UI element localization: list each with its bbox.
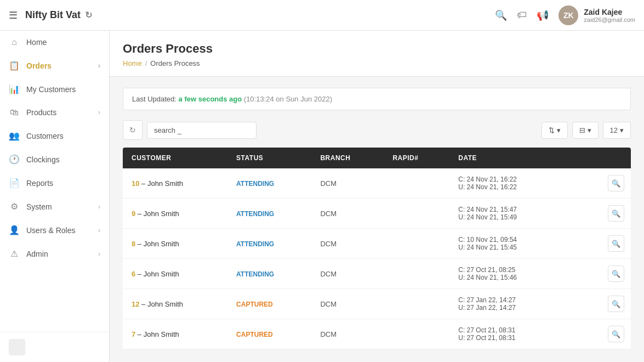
cell-rapid: [384, 229, 449, 259]
sidebar-label-system: System: [26, 202, 52, 211]
row-search-button[interactable]: 🔍: [608, 235, 624, 252]
user-info[interactable]: ZK Zaid Kajee zaid26@gmail.com: [558, 5, 635, 25]
announcement-icon[interactable]: 📢: [537, 9, 549, 21]
customer-name: – John Smith: [138, 330, 179, 338]
per-page-button[interactable]: 12 ▾: [603, 122, 631, 139]
cell-action: 🔍: [583, 259, 631, 289]
sort-button[interactable]: ⇅ ▾: [542, 122, 568, 139]
users-roles-icon: 👤: [9, 225, 20, 235]
row-search-button[interactable]: 🔍: [608, 205, 624, 222]
cell-branch: DCM: [311, 319, 384, 349]
sidebar-item-home[interactable]: ⌂ Home: [0, 31, 109, 54]
sidebar-label-home: Home: [26, 38, 47, 47]
cell-action: 🔍: [583, 289, 631, 319]
branch-text: DCM: [320, 240, 337, 248]
refresh-button[interactable]: ↻: [123, 120, 143, 140]
customer-name: – John Smith: [138, 240, 179, 248]
cell-branch: DCM: [311, 199, 384, 229]
cell-date: C: 27 Oct 21, 08:31 U: 27 Oct 21, 08:31: [449, 319, 583, 349]
avatar: ZK: [558, 5, 578, 25]
page-header: Orders Process Home / Orders Process: [110, 31, 644, 77]
header-refresh-icon[interactable]: ↻: [85, 10, 92, 20]
sidebar-label-users-roles: Users & Roles: [26, 226, 75, 235]
chevron-right-icon: ›: [98, 109, 100, 116]
sidebar-item-orders[interactable]: 📋 Orders ›: [0, 54, 109, 77]
orders-table: CUSTOMER STATUS BRANCH RAPID# DATE 10 – …: [123, 148, 631, 349]
sidebar-item-users-roles[interactable]: 👤 Users & Roles ›: [0, 218, 109, 242]
table-row: 10 – John Smith ATTENDING DCM C: 24 Nov …: [123, 168, 631, 199]
content-area: Last Updated: a few seconds ago (10:13:2…: [110, 77, 644, 360]
cell-branch: DCM: [311, 259, 384, 289]
cell-rapid: [384, 319, 449, 349]
sidebar-label-admin: Admin: [26, 250, 48, 258]
date-updated: U: 24 Nov 21, 15:45: [458, 244, 574, 251]
table-row: 7 – John Smith CAPTURED DCM C: 27 Oct 21…: [123, 319, 631, 349]
row-search-button[interactable]: 🔍: [608, 265, 624, 282]
sidebar-item-reports[interactable]: 📄 Reports: [0, 171, 109, 195]
sidebar-item-clockings[interactable]: 🕐 Clockings: [0, 148, 109, 171]
toolbar-right: ⇅ ▾ ⊟ ▾ 12 ▾: [542, 122, 631, 139]
status-badge: CAPTURED: [236, 331, 273, 338]
sidebar-item-my-customers[interactable]: 📊 My Customers: [0, 77, 109, 101]
breadcrumb-home[interactable]: Home: [123, 59, 142, 67]
cell-date: C: 24 Nov 21, 15:47 U: 24 Nov 21, 15:49: [449, 199, 583, 229]
sidebar-item-products[interactable]: 🛍 Products ›: [0, 101, 109, 124]
status-badge: ATTENDING: [236, 270, 274, 278]
sidebar: ⌂ Home 📋 Orders › 📊 My Customers 🛍 Produ…: [0, 31, 110, 362]
search-icon[interactable]: 🔍: [495, 9, 507, 21]
hamburger-icon[interactable]: ☰: [9, 9, 18, 21]
date-created: C: 24 Nov 21, 16:22: [458, 176, 574, 183]
chevron-right-icon: ›: [98, 250, 100, 258]
system-icon: ⚙: [9, 201, 20, 212]
orders-icon: 📋: [9, 60, 20, 71]
col-date: DATE: [449, 148, 583, 168]
tag-icon[interactable]: 🏷: [517, 9, 527, 21]
update-time: (10:13:24 on Sun Jun 2022): [244, 95, 332, 103]
perpage-chevron: ▾: [620, 126, 624, 134]
date-created: C: 24 Nov 21, 15:47: [458, 206, 574, 213]
row-search-button[interactable]: 🔍: [608, 296, 624, 312]
customer-id: 6: [132, 270, 135, 278]
col-customer: CUSTOMER: [123, 148, 227, 168]
header-left: ☰ Nifty Bit Vat ↻: [9, 9, 92, 21]
filter-button[interactable]: ⊟ ▾: [572, 122, 599, 139]
cell-rapid: [384, 259, 449, 289]
sidebar-label-orders: Orders: [26, 61, 52, 70]
sidebar-item-customers[interactable]: 👥 Customers: [0, 124, 109, 148]
sidebar-label-customers: Customers: [26, 132, 64, 140]
col-action: [583, 148, 631, 168]
date-created: C: 27 Oct 21, 08:25: [458, 266, 574, 274]
customer-id: 10: [132, 179, 139, 188]
customer-name: – John Smith: [141, 179, 183, 188]
home-icon: ⌂: [9, 37, 20, 47]
update-banner: Last Updated: a few seconds ago (10:13:2…: [123, 88, 631, 110]
cell-status: ATTENDING: [227, 168, 311, 199]
breadcrumb: Home / Orders Process: [123, 59, 631, 67]
user-email: zaid26@gmail.com: [584, 16, 635, 23]
date-updated: U: 27 Jan 22, 14:27: [458, 304, 574, 312]
user-details: Zaid Kajee zaid26@gmail.com: [584, 8, 635, 23]
sidebar-bottom: [0, 332, 109, 362]
cell-date: C: 24 Nov 21, 16:22 U: 24 Nov 21, 16:22: [449, 168, 583, 199]
customer-id: 7: [132, 330, 135, 338]
update-prefix: Last Updated:: [132, 95, 176, 103]
cell-action: 🔍: [583, 319, 631, 349]
toolbar: ↻ ⇅ ▾ ⊟ ▾ 12 ▾: [123, 120, 631, 140]
search-input[interactable]: [147, 122, 257, 139]
sidebar-item-admin[interactable]: ⚠ Admin ›: [0, 242, 109, 265]
status-badge: ATTENDING: [236, 240, 274, 248]
row-search-button[interactable]: 🔍: [608, 326, 624, 342]
layout: ⌂ Home 📋 Orders › 📊 My Customers 🛍 Produ…: [0, 31, 644, 362]
cell-branch: DCM: [311, 168, 384, 199]
admin-icon: ⚠: [9, 248, 20, 259]
cell-status: CAPTURED: [227, 319, 311, 349]
cell-status: ATTENDING: [227, 229, 311, 259]
row-search-button[interactable]: 🔍: [608, 175, 624, 191]
app-title-text: Nifty Bit Vat: [25, 9, 81, 21]
breadcrumb-separator: /: [145, 59, 147, 67]
filter-chevron: ▾: [588, 126, 591, 134]
sidebar-item-system[interactable]: ⚙ System ›: [0, 195, 109, 218]
status-badge: ATTENDING: [236, 210, 274, 218]
col-status: STATUS: [227, 148, 311, 168]
customer-name: – John Smith: [138, 270, 179, 278]
